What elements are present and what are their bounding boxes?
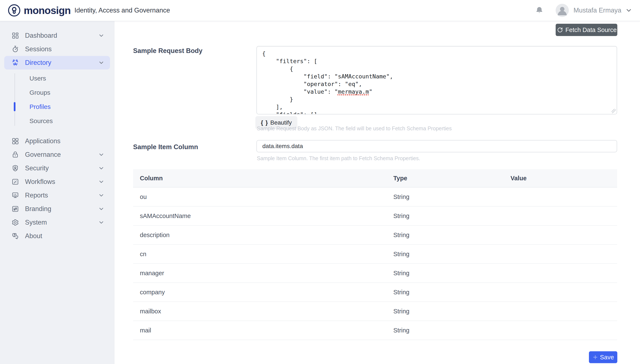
sidebar-item-about[interactable]: About [4, 229, 110, 243]
sub-item-label: Groups [30, 89, 50, 96]
cell-column: mail [133, 327, 393, 334]
directory-submenu: Users Groups Profiles Sources [0, 71, 114, 128]
request-body-helper-text: Sample Request Body as JSON. The field w… [257, 126, 452, 132]
sidebar-item-security[interactable]: Security [4, 162, 110, 175]
sidebar-item-dashboard[interactable]: Dashboard [4, 29, 110, 42]
header-column: Column [133, 175, 393, 182]
table-header-row: Column Type Value [133, 169, 617, 188]
sub-item-label: Profiles [30, 103, 51, 110]
table-row: company String [133, 283, 617, 302]
brand-logo[interactable]: monosign [8, 4, 70, 17]
sidebar-item-reports[interactable]: Reports [4, 188, 110, 202]
topbar-right: Mustafa Ermaya [535, 4, 632, 17]
save-label: Save [600, 354, 614, 361]
lock-icon [12, 151, 19, 158]
table-row: description String [133, 226, 617, 245]
header-type: Type [393, 175, 510, 182]
sidebar-item-workflows[interactable]: Workflows [4, 175, 110, 188]
keyhole-logo-icon [8, 4, 21, 17]
table-row: mailbox String [133, 302, 617, 321]
table-row: sAMAccountName String [133, 206, 617, 226]
cell-type: String [393, 270, 510, 277]
sidebar-item-sessions[interactable]: Sessions [4, 42, 110, 56]
sample-request-body-label: Sample Request Body [133, 47, 202, 55]
sub-item-label: Users [30, 75, 46, 82]
chevron-down-icon[interactable] [625, 7, 632, 14]
braces-icon: { } [261, 120, 268, 126]
sidebar-item-label: Security [25, 164, 49, 172]
sliders-icon [12, 205, 19, 213]
cell-type: String [393, 308, 510, 315]
cell-type: String [393, 232, 510, 238]
wand-canvas-icon [12, 178, 19, 186]
sidebar-item-profiles[interactable]: Profiles [0, 100, 114, 114]
sidebar-item-label: Branding [25, 205, 51, 213]
brand-name: monosign [24, 5, 70, 16]
sidebar-item-label: Sessions [25, 45, 52, 53]
sidebar-item-label: About [25, 232, 42, 240]
apps-grid-icon [12, 137, 19, 145]
sidebar-item-branding[interactable]: Branding [4, 202, 110, 216]
sidebar-item-label: Workflows [25, 178, 55, 186]
stopwatch-icon [12, 45, 19, 53]
plus-icon [592, 354, 598, 360]
sidebar-item-label: Governance [25, 151, 61, 158]
sidebar-item-label: System [25, 219, 47, 226]
cell-column: ou [133, 194, 393, 200]
chevron-down-icon [98, 219, 104, 226]
table-row: mail String [133, 321, 617, 340]
cell-type: String [393, 194, 510, 200]
cell-type: String [393, 251, 510, 258]
sidebar-item-applications[interactable]: Applications [4, 134, 110, 148]
sidebar-item-label: Reports [25, 192, 48, 199]
chevron-down-icon [98, 32, 104, 39]
sidebar-item-label: Dashboard [25, 32, 57, 40]
sidebar-item-groups[interactable]: Groups [0, 86, 114, 100]
cell-column: manager [133, 270, 393, 277]
cell-type: String [393, 212, 510, 220]
sidebar: Dashboard Sessions Directory [0, 21, 114, 364]
chevron-down-icon [98, 192, 104, 198]
table-row: ou String [133, 188, 617, 206]
textarea-resize-handle[interactable] [612, 109, 616, 113]
chevron-down-icon [98, 178, 104, 185]
users-group-icon [12, 59, 19, 66]
chevron-down-icon [98, 60, 104, 66]
top-bar: monosign Identity, Access and Governance… [0, 0, 640, 21]
save-button[interactable]: Save [589, 351, 617, 363]
cell-type: String [393, 289, 510, 296]
table-row: cn String [133, 245, 617, 264]
sidebar-item-sources[interactable]: Sources [0, 114, 114, 128]
cell-column: sAMAccountName [133, 212, 393, 220]
fetch-data-source-label: Fetch Data Source [566, 26, 617, 34]
sidebar-item-label: Directory [25, 59, 51, 66]
sidebar-item-label: Applications [25, 137, 60, 145]
sample-item-column-label: Sample Item Column [133, 143, 198, 151]
fetch-data-source-button[interactable]: Fetch Data Source [556, 24, 617, 36]
item-column-helper-text: Sample Item Column. The first item path … [257, 155, 420, 162]
shield-user-icon [12, 164, 19, 172]
schema-properties-table: Column Type Value ou String sAMAccountNa… [133, 169, 617, 340]
sample-request-body-textarea[interactable]: { "filters": [ { "field": "sAMAccountNam… [256, 46, 617, 114]
cell-column: company [133, 289, 393, 296]
gear-icon [12, 219, 19, 226]
avatar[interactable] [556, 4, 569, 17]
refresh-icon [556, 27, 563, 33]
sub-item-label: Sources [30, 118, 53, 124]
beautify-label: Beautify [270, 119, 292, 126]
sidebar-item-users[interactable]: Users [0, 71, 114, 86]
sidebar-item-governance[interactable]: Governance [4, 148, 110, 162]
page: monosign Identity, Access and Governance… [0, 0, 640, 364]
spellcheck-underline [338, 94, 369, 95]
notifications-bell-icon[interactable] [535, 6, 544, 15]
sidebar-item-system[interactable]: System [4, 216, 110, 229]
user-name[interactable]: Mustafa Ermaya [574, 6, 621, 14]
table-row: manager String [133, 264, 617, 283]
sample-item-column-input[interactable] [256, 140, 617, 152]
chevron-down-icon [98, 152, 104, 158]
sidebar-item-directory[interactable]: Directory [4, 56, 110, 70]
app-tagline: Identity, Access and Governance [74, 6, 170, 14]
chevron-down-icon [98, 206, 104, 212]
cell-column: mailbox [133, 308, 393, 315]
dashboard-icon [12, 32, 19, 40]
